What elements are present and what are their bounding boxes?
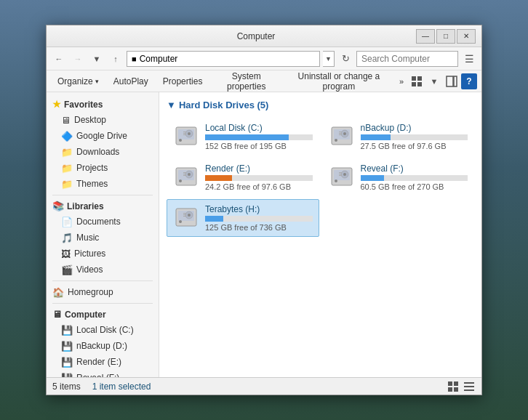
- computer-icon: 🖥: [52, 309, 62, 320]
- render-e-label: Render (E:): [76, 357, 121, 367]
- window-title: Computer: [96, 31, 416, 41]
- sidebar-item-downloads[interactable]: 📁 Downloads: [47, 144, 159, 160]
- svg-rect-4: [447, 76, 453, 86]
- svg-point-18: [343, 132, 346, 135]
- drive-item[interactable]: nBackup (D:) 27.5 GB free of 97.6 GB: [322, 118, 475, 156]
- forward-button[interactable]: →: [70, 51, 86, 67]
- sidebar-item-nbackup-d[interactable]: 💾 nBackup (D:): [47, 338, 159, 354]
- sidebar-item-projects[interactable]: 📁 Projects: [47, 160, 159, 176]
- drive-item[interactable]: Reveal (F:) 60.5 GB free of 270 GB: [322, 158, 475, 196]
- drive-size: 152 GB free of 195 GB: [205, 142, 313, 150]
- sidebar-item-music[interactable]: 🎵 Music: [47, 230, 159, 246]
- path-dropdown[interactable]: ▼: [323, 51, 335, 67]
- back-button[interactable]: ←: [51, 51, 67, 67]
- svg-rect-11: [183, 132, 186, 132]
- sidebar-item-pictures[interactable]: 🖼 Pictures: [47, 246, 159, 262]
- system-properties-label: System properties: [217, 71, 276, 92]
- path-text: Computer: [140, 54, 178, 64]
- downloads-label: Downloads: [76, 147, 119, 157]
- window-controls: — □ ✕: [416, 29, 476, 44]
- svg-point-42: [188, 214, 191, 217]
- svg-point-8: [179, 139, 182, 142]
- dropdown-button[interactable]: ▼: [89, 51, 105, 67]
- status-details-btn[interactable]: [463, 380, 476, 393]
- view-dropdown-button[interactable]: ▼: [426, 73, 442, 89]
- svg-rect-52: [464, 389, 474, 391]
- documents-label: Documents: [76, 217, 121, 227]
- sidebar-item-themes[interactable]: 📁 Themes: [47, 176, 159, 192]
- disk-d-icon: 💾: [61, 341, 73, 352]
- favorites-label: Favorites: [64, 100, 103, 110]
- close-button[interactable]: ✕: [457, 29, 476, 44]
- properties-label: Properties: [163, 76, 203, 86]
- sidebar-item-homegroup[interactable]: 🏠 Homegroup: [47, 284, 159, 300]
- more-label: »: [399, 77, 404, 86]
- sidebar-item-googledrive[interactable]: 🔷 Google Drive: [47, 128, 159, 144]
- svg-rect-21: [339, 134, 342, 135]
- svg-rect-1: [417, 76, 422, 81]
- drive-bar-container: [205, 175, 313, 181]
- drive-bar: [205, 134, 289, 140]
- googledrive-label: Google Drive: [76, 131, 127, 141]
- sidebar-item-documents[interactable]: 📄 Documents: [47, 214, 159, 230]
- drive-info: Terabytes (H:) 125 GB free of 736 GB: [205, 204, 313, 232]
- computer-header[interactable]: 🖥 Computer: [47, 307, 159, 322]
- status-large-icons-btn[interactable]: [447, 380, 460, 393]
- uninstall-button[interactable]: Uninstall or change a program: [284, 73, 394, 89]
- menu-button[interactable]: ☰: [461, 51, 477, 67]
- autoplay-label: AutoPlay: [113, 76, 148, 86]
- projects-label: Projects: [76, 163, 108, 173]
- maximize-button[interactable]: □: [436, 29, 455, 44]
- minimize-button[interactable]: —: [416, 29, 435, 44]
- svg-rect-50: [464, 382, 474, 384]
- more-button[interactable]: »: [396, 73, 407, 89]
- downloads-icon: 📁: [61, 147, 73, 158]
- svg-rect-20: [339, 133, 342, 134]
- autoplay-button[interactable]: AutoPlay: [107, 73, 155, 89]
- search-input[interactable]: [356, 51, 458, 67]
- svg-rect-47: [454, 381, 458, 386]
- svg-point-10: [188, 132, 191, 135]
- drive-bar-container: [205, 134, 313, 140]
- preview-button[interactable]: [444, 73, 460, 89]
- sidebar-item-render-e[interactable]: 💾 Render (E:): [47, 354, 159, 370]
- sidebar-item-videos[interactable]: 🎬 Videos: [47, 262, 159, 278]
- drive-item[interactable]: Render (E:) 24.2 GB free of 97.6 GB: [167, 158, 319, 196]
- svg-point-24: [179, 179, 182, 182]
- svg-rect-37: [339, 175, 342, 176]
- drive-item[interactable]: Terabytes (H:) 125 GB free of 736 GB: [167, 199, 319, 237]
- help-button[interactable]: ?: [461, 73, 477, 89]
- svg-rect-27: [183, 172, 186, 173]
- view-options-button[interactable]: [409, 73, 425, 89]
- drive-bar-container: [205, 216, 313, 222]
- drive-item[interactable]: Local Disk (C:) 152 GB free of 195 GB: [167, 118, 319, 156]
- refresh-button[interactable]: ↻: [337, 51, 353, 67]
- up-button[interactable]: ↑: [108, 51, 124, 67]
- sidebar-item-reveal-f[interactable]: 💾 Reveal (F:): [47, 370, 159, 377]
- drive-bar: [361, 175, 384, 181]
- items-count: 5 items: [52, 381, 81, 392]
- libraries-label: Libraries: [67, 201, 104, 211]
- main-content: ▼ Hard Disk Drives (5) Local Disk (C:): [159, 92, 481, 377]
- address-path[interactable]: ■ Computer: [127, 51, 320, 67]
- sidebar-item-desktop[interactable]: 🖥 Desktop: [47, 112, 159, 128]
- drive-icon-svg: [329, 163, 355, 190]
- divider-3: [52, 303, 153, 304]
- pictures-icon: 🖼: [61, 249, 71, 259]
- svg-rect-3: [417, 82, 422, 86]
- drive-name: Terabytes (H:): [205, 204, 313, 214]
- themes-icon: 📁: [61, 179, 73, 190]
- system-properties-button[interactable]: System properties: [210, 73, 282, 89]
- drive-icon-svg: [173, 204, 199, 230]
- status-bar: 5 items 1 item selected: [47, 377, 481, 395]
- svg-point-40: [179, 220, 182, 223]
- svg-rect-49: [454, 387, 458, 392]
- svg-point-16: [335, 139, 337, 142]
- organize-button[interactable]: Organize ▾: [51, 73, 105, 89]
- videos-label: Videos: [76, 264, 103, 275]
- properties-button[interactable]: Properties: [156, 73, 209, 89]
- drive-name: nBackup (D:): [361, 123, 468, 133]
- sidebar-item-local-disk-c[interactable]: 💾 Local Disk (C:): [47, 322, 159, 338]
- desktop-label: Desktop: [74, 115, 106, 125]
- disk-c-icon: 💾: [61, 325, 73, 336]
